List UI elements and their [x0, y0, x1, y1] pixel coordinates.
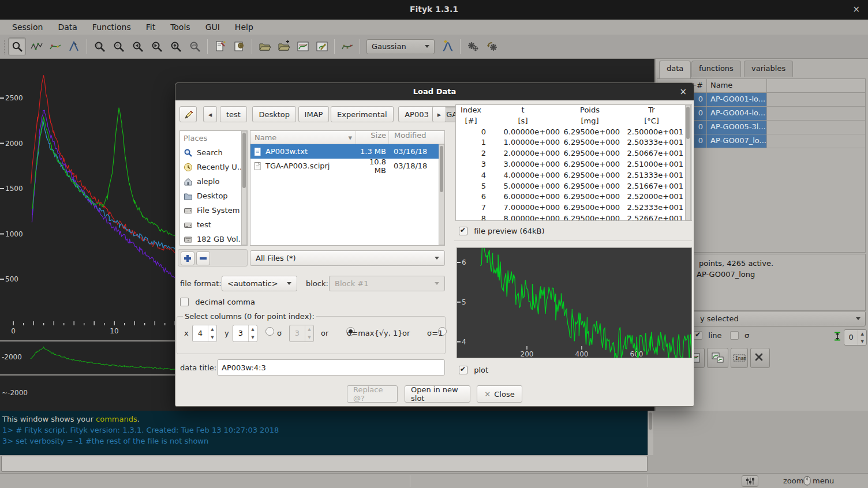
- menu-fit[interactable]: Fit: [139, 21, 163, 33]
- delete-data-button[interactable]: [750, 348, 770, 368]
- file-list-scrollbar[interactable]: [439, 144, 444, 245]
- zoom-forward-button[interactable]: [148, 37, 166, 55]
- place-recently-u-[interactable]: Recently U...: [180, 160, 247, 174]
- file-format-combo[interactable]: <automatic>: [222, 276, 297, 291]
- path-back-button[interactable]: ◂: [203, 106, 217, 122]
- tab-functions[interactable]: functions: [691, 61, 741, 77]
- path-crumb-ap003[interactable]: AP003: [398, 106, 435, 122]
- zoom-vertical-button[interactable]: [167, 37, 185, 55]
- close-button[interactable]: ✕ Close: [477, 385, 522, 403]
- places-scrollbar[interactable]: [241, 131, 247, 245]
- series-red: [31, 75, 178, 253]
- column-header-name[interactable]: Name: [707, 79, 767, 92]
- rename-data-button[interactable]: Inam: [731, 348, 748, 368]
- x-column-stepper[interactable]: 4 ▲▼: [192, 325, 217, 342]
- zoom-all-button[interactable]: [91, 37, 108, 55]
- svg-text:2500: 2500: [5, 94, 23, 102]
- preview-table-scrollbar[interactable]: [685, 105, 691, 220]
- checkbox-checked-icon[interactable]: [459, 227, 467, 235]
- y-column-stepper[interactable]: 3 ▲▼: [233, 325, 257, 342]
- run-script-button[interactable]: [230, 37, 248, 55]
- data-editor-button[interactable]: [294, 37, 312, 55]
- sigma-checkbox[interactable]: [730, 331, 739, 340]
- edit-path-button[interactable]: [179, 106, 197, 122]
- tab-variables[interactable]: variables: [744, 61, 793, 77]
- dialog-close-icon[interactable]: ×: [679, 87, 687, 97]
- file-format-label: file format:: [180, 279, 222, 288]
- command-input[interactable]: [1, 456, 648, 472]
- sigma-column-radio[interactable]: [265, 327, 274, 336]
- place-test[interactable]: test: [180, 217, 247, 232]
- data-range-mode-button[interactable]: [27, 37, 45, 55]
- data-title-input[interactable]: AP003w:4:3: [217, 359, 445, 376]
- path-crumb-experimental[interactable]: Experimental: [331, 106, 394, 122]
- column-header-modified[interactable]: Modified: [388, 131, 437, 144]
- function-type-combo[interactable]: Gaussian: [366, 39, 435, 54]
- path-crumb-desktop[interactable]: Desktop: [252, 106, 296, 122]
- menu-data[interactable]: Data: [50, 21, 84, 33]
- execute-button[interactable]: [464, 37, 482, 55]
- function-mode-button[interactable]: [338, 37, 356, 55]
- add-place-button[interactable]: [181, 251, 194, 265]
- zoom-back-button[interactable]: [129, 37, 147, 55]
- decimal-comma-checkbox[interactable]: decimal comma: [180, 298, 255, 306]
- path-crumb-test[interactable]: test: [220, 106, 247, 122]
- console-scrollbar[interactable]: [648, 411, 653, 455]
- file-preview-table[interactable]: IndextPoidsTr[#][s][mg][°C]00.00000e+000…: [455, 104, 692, 221]
- statusbar-config-button[interactable]: [742, 475, 758, 487]
- path-forward-button[interactable]: ▸: [432, 106, 446, 122]
- file-filter-combo[interactable]: All Files (*): [250, 250, 445, 266]
- place-search[interactable]: Search: [180, 145, 247, 160]
- zoom-selection-button[interactable]: [110, 37, 128, 55]
- menu-session[interactable]: Session: [5, 21, 50, 33]
- frame-curve-icon: [297, 40, 309, 53]
- line-checkbox[interactable]: line σ: [694, 331, 763, 343]
- edit-script-button[interactable]: [211, 37, 229, 55]
- copy-data-button[interactable]: [707, 348, 728, 368]
- plot-preview-checkbox[interactable]: plot: [459, 366, 488, 374]
- place-file-system[interactable]: File System: [180, 203, 247, 217]
- file-preview-checkbox[interactable]: file preview (64kB): [459, 227, 545, 235]
- undo-fit-button[interactable]: [483, 37, 501, 55]
- menu-tools[interactable]: Tools: [163, 21, 198, 33]
- add-function-button[interactable]: [439, 37, 457, 55]
- toolbar-handle[interactable]: [3, 39, 6, 55]
- chevron-down-icon: [856, 317, 860, 320]
- baseline-mode-button[interactable]: [46, 37, 64, 55]
- replace-button[interactable]: Replace @?: [347, 385, 398, 403]
- sigma-column-stepper[interactable]: 3 ▲▼: [289, 325, 314, 342]
- command-console[interactable]: This window shows your commands.1> # Fit…: [0, 411, 648, 455]
- load-data-button[interactable]: [256, 37, 274, 55]
- place-aleplo[interactable]: aleplo: [180, 174, 247, 189]
- window-close-icon[interactable]: ×: [852, 4, 860, 14]
- zoom-right-icon: [151, 40, 163, 53]
- peak-draw-mode-button[interactable]: [65, 37, 83, 55]
- column-header-size[interactable]: Size: [356, 131, 388, 144]
- checkbox-checked-icon[interactable]: [694, 331, 702, 340]
- checkbox-checked-icon[interactable]: [459, 366, 467, 374]
- file-row[interactable]: AP003w.txt1.3 MB03/16/18: [250, 144, 444, 159]
- data-transform-button[interactable]: [313, 37, 331, 55]
- window-titlebar: Fityk 1.3.1 ×: [0, 0, 868, 20]
- open-new-slot-button[interactable]: Open in new slot: [405, 385, 470, 403]
- block-combo[interactable]: Block #1: [329, 276, 445, 291]
- menu-gui[interactable]: GUI: [198, 21, 227, 33]
- remove-place-button[interactable]: [196, 251, 210, 265]
- place-182-gb-vol-[interactable]: 182 GB Vol...: [180, 232, 247, 246]
- column-header-name[interactable]: Name ▾: [250, 131, 356, 144]
- append-data-button[interactable]: [275, 37, 293, 55]
- place-desktop[interactable]: Desktop: [180, 189, 247, 203]
- console-line: This window shows your commands.: [2, 414, 648, 425]
- checkbox-icon[interactable]: [180, 298, 189, 306]
- path-crumb-imap[interactable]: IMAP: [298, 106, 330, 122]
- point-size-stepper[interactable]: 0 ▲▼: [844, 329, 867, 346]
- menu-functions[interactable]: Functions: [85, 21, 139, 33]
- menu-help[interactable]: Help: [227, 21, 261, 33]
- zoom-mode-button[interactable]: [8, 37, 26, 55]
- zoom-undo-button[interactable]: [186, 37, 204, 55]
- chevron-down-icon: [435, 282, 439, 285]
- tab-data[interactable]: data: [659, 61, 691, 78]
- stepper-down-icon: ▼: [208, 333, 216, 341]
- toolbar: Gaussian: [0, 35, 868, 59]
- file-row[interactable]: TGA-AP003.sciprj10.8 MB03/18/18: [250, 159, 444, 173]
